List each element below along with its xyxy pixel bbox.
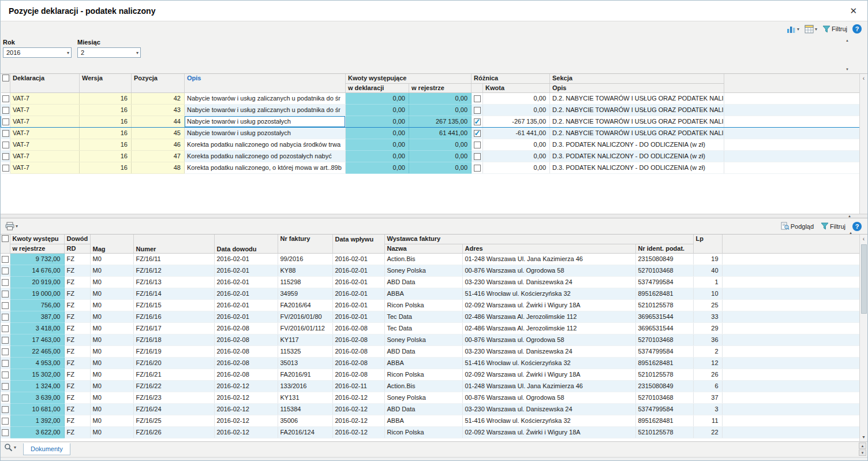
upper-grid-scrollbar[interactable]: ‹ bbox=[859, 74, 867, 214]
scroll-down-icon[interactable]: ▼ bbox=[860, 433, 867, 441]
column-header-nr-ident[interactable]: Nr ident. podat. bbox=[635, 244, 693, 253]
row-select-cell[interactable] bbox=[1, 162, 10, 173]
row-select-cell[interactable] bbox=[1, 345, 10, 357]
roznica-checkbox[interactable] bbox=[474, 165, 481, 172]
row-select-cell[interactable] bbox=[1, 426, 10, 438]
band-header-kwoty[interactable]: Kwoty występu bbox=[10, 235, 64, 244]
cell-roznica-flag[interactable] bbox=[472, 92, 483, 104]
column-header-numer[interactable]: Numer bbox=[133, 235, 214, 253]
roznica-checkbox[interactable] bbox=[474, 130, 481, 137]
row-checkbox[interactable] bbox=[2, 360, 9, 367]
cell-roznica-flag[interactable] bbox=[472, 127, 483, 139]
band-header-roznica[interactable]: Różnica bbox=[472, 74, 550, 83]
row-checkbox[interactable] bbox=[2, 153, 9, 160]
grid-search-button[interactable]: ▾ bbox=[4, 443, 16, 452]
band-header-sekcja[interactable]: Sekcja bbox=[550, 74, 724, 83]
row-select-cell[interactable] bbox=[1, 104, 10, 116]
row-checkbox[interactable] bbox=[2, 165, 9, 172]
declaration-row[interactable]: VAT-7 16 48 Korekta podatku naliczonego,… bbox=[1, 162, 860, 173]
collapse-toolbar-button[interactable]: ▲ bbox=[842, 38, 852, 43]
row-select-cell[interactable] bbox=[1, 253, 10, 265]
tab-dokumenty[interactable]: Dokumenty bbox=[23, 443, 70, 455]
band-header-wystawca[interactable]: Wystawca faktury bbox=[384, 235, 693, 244]
document-row[interactable]: 4 953,00 FZ M0 FZ/16/20 2016-02-08 35013… bbox=[1, 357, 859, 369]
pivot-grid-button[interactable]: ▾ bbox=[805, 25, 817, 34]
row-checkbox[interactable] bbox=[2, 371, 9, 378]
document-row[interactable]: 22 465,00 FZ M0 FZ/16/19 2016-02-08 1153… bbox=[1, 345, 859, 357]
row-checkbox[interactable] bbox=[2, 130, 9, 137]
row-select-cell[interactable] bbox=[1, 311, 10, 322]
column-header-data-dowodu[interactable]: Data dowodu bbox=[214, 235, 278, 253]
row-checkbox[interactable] bbox=[2, 418, 9, 425]
document-row[interactable]: 3 418,00 FZ M0 FZ/16/17 2016-02-08 FV/20… bbox=[1, 322, 859, 334]
scrollbar-thumb[interactable] bbox=[861, 244, 867, 314]
column-header-adres[interactable]: Adres bbox=[462, 244, 635, 253]
row-select-cell[interactable] bbox=[1, 265, 10, 276]
roznica-checkbox[interactable] bbox=[474, 107, 481, 114]
row-checkbox[interactable] bbox=[2, 291, 9, 298]
row-checkbox[interactable] bbox=[2, 314, 9, 321]
miesiac-dropdown[interactable]: 2 ▾ bbox=[77, 47, 141, 58]
row-select-cell[interactable] bbox=[1, 369, 10, 380]
column-header-w-deklaracji[interactable]: w deklaracji bbox=[346, 83, 409, 92]
select-all-header[interactable] bbox=[1, 235, 10, 253]
filter-button-lower[interactable]: Filtruj bbox=[821, 222, 845, 230]
declaration-row[interactable]: VAT-7 16 46 Korekta podatku naliczonego … bbox=[1, 139, 860, 150]
row-select-cell[interactable] bbox=[1, 322, 10, 334]
document-row[interactable]: 1 324,00 FZ M0 FZ/16/22 2016-02-12 133/2… bbox=[1, 380, 859, 392]
row-select-cell[interactable] bbox=[1, 357, 10, 369]
scroll-down-icon[interactable]: ▼ bbox=[859, 449, 866, 456]
declaration-row[interactable]: VAT-7 16 47 Korekta podatku naliczonego … bbox=[1, 150, 860, 162]
collapse-left-icon[interactable]: ‹ bbox=[860, 74, 867, 83]
column-header-w-rejestrze[interactable]: w rejestrze bbox=[409, 83, 472, 92]
row-checkbox[interactable] bbox=[2, 325, 9, 332]
row-select-cell[interactable] bbox=[1, 334, 10, 345]
column-header-w-rejestrze[interactable]: w rejestrze bbox=[10, 244, 64, 253]
document-row[interactable]: 15 302,00 FZ M0 FZ/16/21 2016-02-08 FA20… bbox=[1, 369, 859, 380]
row-checkbox[interactable] bbox=[2, 279, 9, 286]
row-select-cell[interactable] bbox=[1, 403, 10, 415]
row-checkbox[interactable] bbox=[2, 383, 9, 390]
document-row[interactable]: 3 639,00 FZ M0 FZ/16/23 2016-02-12 KY131… bbox=[1, 392, 859, 403]
select-all-header[interactable] bbox=[1, 74, 10, 92]
row-select-cell[interactable] bbox=[1, 139, 10, 150]
declaration-row[interactable]: VAT-7 16 43 Nabycie towarów i usług zali… bbox=[1, 104, 860, 116]
row-checkbox[interactable] bbox=[2, 337, 9, 344]
print-button[interactable]: ▾ bbox=[5, 222, 18, 231]
cell-roznica-flag[interactable] bbox=[472, 104, 483, 116]
column-header-rd[interactable]: RD bbox=[64, 244, 90, 253]
column-header-pozycja[interactable]: Pozycja bbox=[132, 74, 185, 92]
column-header-mag[interactable]: Mag bbox=[90, 235, 133, 253]
column-header-wersja[interactable]: Wersja bbox=[80, 74, 132, 92]
row-select-cell[interactable] bbox=[1, 276, 10, 288]
row-select-cell[interactable] bbox=[1, 116, 10, 127]
splitter-collapse-icon[interactable]: ▲ bbox=[848, 214, 851, 218]
preview-button[interactable]: Podgląd bbox=[781, 222, 814, 231]
row-select-cell[interactable] bbox=[1, 127, 10, 139]
row-checkbox[interactable] bbox=[2, 256, 9, 263]
cell-roznica-flag[interactable] bbox=[472, 150, 483, 162]
band-header-dowod[interactable]: Dowód bbox=[64, 235, 90, 244]
row-select-cell[interactable] bbox=[1, 380, 10, 392]
scroll-up-icon[interactable]: ▲ bbox=[859, 443, 866, 449]
column-header-kwota[interactable]: Kwota bbox=[483, 83, 550, 92]
row-select-cell[interactable] bbox=[1, 150, 10, 162]
roznica-checkbox[interactable] bbox=[474, 153, 481, 160]
lower-grid-scrollbar[interactable]: ‹ ▼ bbox=[859, 235, 867, 441]
row-checkbox[interactable] bbox=[2, 406, 9, 413]
document-row[interactable]: 17 463,00 FZ M0 FZ/16/18 2016-02-08 KY11… bbox=[1, 334, 859, 345]
row-checkbox[interactable] bbox=[2, 118, 9, 125]
document-row[interactable]: 10 681,00 FZ M0 FZ/16/24 2016-02-12 1153… bbox=[1, 403, 859, 415]
roznica-checkbox[interactable] bbox=[474, 118, 481, 125]
column-header-deklaracja[interactable]: Deklaracja bbox=[10, 74, 80, 92]
column-header-nazwa[interactable]: Nazwa bbox=[384, 244, 462, 253]
close-icon[interactable]: ✕ bbox=[847, 5, 859, 17]
document-row[interactable]: 20 919,00 FZ M0 FZ/16/13 2016-02-01 1152… bbox=[1, 276, 859, 288]
chart-button[interactable]: ▾ bbox=[787, 25, 799, 34]
column-header-lp[interactable]: Lp bbox=[693, 235, 722, 253]
declaration-row[interactable]: VAT-7 16 42 Nabycie towarów i usług zali… bbox=[1, 92, 860, 104]
collapse-filter-button[interactable]: ▼ bbox=[842, 66, 852, 72]
document-row[interactable]: 756,00 FZ M0 FZ/16/15 2016-02-01 FA2016/… bbox=[1, 299, 859, 311]
roznica-checkbox[interactable] bbox=[474, 95, 481, 102]
help-icon[interactable]: ? bbox=[852, 222, 862, 231]
